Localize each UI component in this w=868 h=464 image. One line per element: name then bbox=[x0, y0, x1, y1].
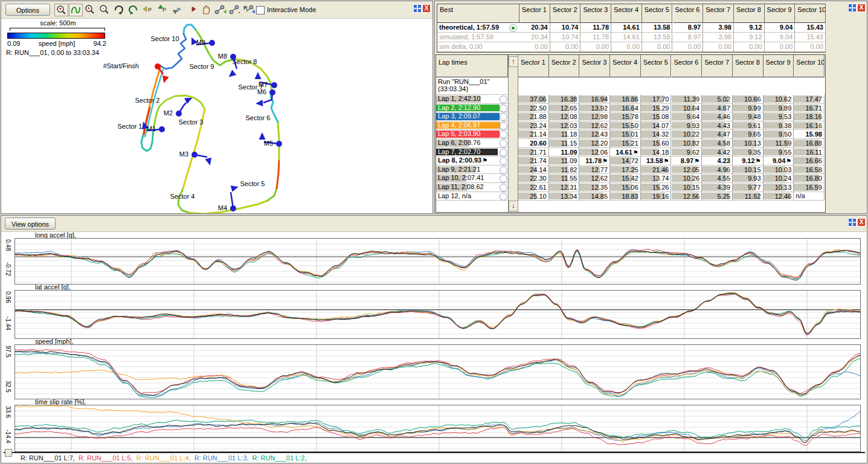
column-header[interactable]: Sector 9 bbox=[764, 55, 794, 77]
delete-marker-icon[interactable]: - bbox=[228, 4, 242, 16]
map-close-button[interactable]: X bbox=[422, 4, 431, 13]
column-header[interactable]: Sector 2 bbox=[550, 4, 581, 23]
lap-row-label[interactable]: Lap 8, 2:00.93⚑ bbox=[436, 156, 508, 166]
column-header[interactable]: Sector 4 bbox=[611, 4, 642, 23]
lap-select-radio[interactable] bbox=[500, 140, 507, 147]
rotate-ccw-icon[interactable] bbox=[127, 4, 141, 16]
chart-move-button[interactable] bbox=[848, 218, 857, 227]
scroll-up-button[interactable]: ↑ bbox=[509, 56, 518, 67]
lap-row-label[interactable]: Lap 11, 2:08.62 bbox=[436, 183, 508, 192]
marker-dot[interactable] bbox=[230, 54, 236, 60]
track-segment bbox=[178, 190, 188, 213]
column-header[interactable]: Sector 1 bbox=[518, 55, 549, 77]
lap-row-label[interactable]: Lap 10, 2:07.41 bbox=[436, 174, 508, 183]
sector-time: 12.62 bbox=[579, 121, 610, 130]
chart-plot[interactable] bbox=[14, 290, 861, 339]
column-header[interactable]: Sector 10 bbox=[795, 4, 826, 23]
map-move-button[interactable] bbox=[413, 4, 422, 13]
column-header[interactable]: Sector 2 bbox=[549, 55, 580, 77]
lap-select-radio[interactable] bbox=[500, 193, 507, 201]
track-segment bbox=[195, 29, 234, 65]
column-header[interactable]: Sector 8 bbox=[734, 4, 765, 23]
lap-row-label[interactable]: Lap 6, 2:08.76 bbox=[436, 139, 508, 148]
column-header[interactable]: Sector 6 bbox=[672, 55, 702, 77]
sector-time: 16.66 bbox=[794, 156, 825, 166]
zoom-out-icon[interactable]: - bbox=[98, 4, 112, 16]
rotate-cw-icon[interactable] bbox=[112, 4, 126, 16]
marker-dot[interactable] bbox=[209, 40, 215, 46]
next-marker-icon[interactable]: P bbox=[185, 4, 199, 16]
timing-close-button[interactable]: X bbox=[857, 4, 866, 12]
legend-item[interactable]: R: RUN___01 L:3, bbox=[194, 454, 249, 462]
view-options-button[interactable]: View options bbox=[5, 218, 56, 230]
lap-row-label[interactable]: Lap 12, n/a bbox=[436, 192, 508, 201]
legend-item[interactable]: R: RUN___01 L:4, bbox=[137, 454, 191, 462]
sector-label: Sector 7 bbox=[239, 83, 263, 91]
best-row-label[interactable]: sim delta, 0.00 bbox=[437, 42, 519, 52]
column-header[interactable]: Sector 7 bbox=[703, 4, 734, 23]
marker-dot[interactable] bbox=[159, 126, 165, 132]
lap-row-label[interactable]: Lap 5, 2:03.90 bbox=[436, 130, 508, 139]
column-header[interactable]: Sector 7 bbox=[702, 55, 733, 77]
chart-plot[interactable] bbox=[14, 344, 861, 399]
best-value: 9.12 bbox=[734, 33, 765, 42]
marker-down-icon[interactable]: P bbox=[170, 4, 184, 16]
scroll-down-button[interactable]: ↓ bbox=[509, 201, 518, 211]
lap-row-label[interactable]: Lap 7, 2:02.70 bbox=[436, 148, 508, 157]
column-header[interactable]: Sector 3 bbox=[580, 4, 611, 23]
marker-up-icon[interactable]: P bbox=[156, 4, 170, 16]
best-row-label[interactable]: simulated, 1:57.59 bbox=[437, 33, 519, 42]
best-row-label[interactable]: theoretical, 1:57.59 bbox=[437, 23, 519, 33]
resize-grip[interactable] bbox=[5, 449, 12, 457]
lap-row-label[interactable]: Lap 4, 2:06.97 bbox=[436, 121, 508, 130]
lap-select-radio[interactable] bbox=[500, 166, 507, 174]
add-run-marker-icon[interactable]: R+ bbox=[243, 4, 257, 16]
marker-dot[interactable] bbox=[155, 63, 161, 69]
pan-hand-icon[interactable] bbox=[199, 4, 213, 16]
zoom-in-icon[interactable]: + bbox=[83, 4, 97, 16]
svg-text:+: + bbox=[87, 5, 90, 11]
chart-plot[interactable] bbox=[14, 238, 861, 285]
lap-select-radio[interactable] bbox=[500, 122, 507, 130]
marker-dot[interactable] bbox=[191, 152, 198, 158]
trace-r-run-01-l-3- bbox=[15, 352, 860, 396]
chart-close-button[interactable]: X bbox=[857, 218, 866, 227]
lap-row-label[interactable]: Lap 9, 2:21.21 bbox=[436, 166, 508, 175]
lap-select-radio[interactable] bbox=[500, 95, 507, 103]
legend-item[interactable]: R: RUN___01 L:7, bbox=[21, 454, 75, 462]
lap-select-radio[interactable] bbox=[500, 149, 507, 156]
lap-select-radio[interactable] bbox=[500, 105, 507, 112]
marker-dot[interactable] bbox=[230, 205, 236, 211]
lap-row-label[interactable]: Lap 1, 2:42.10 bbox=[436, 95, 508, 104]
lap-table-scrollbar[interactable] bbox=[508, 55, 518, 212]
marker-dot[interactable] bbox=[176, 111, 182, 117]
legend-item[interactable]: R: RUN___01 L:2, bbox=[252, 454, 307, 462]
prev-marker-icon[interactable]: P bbox=[141, 4, 155, 16]
marker-dot[interactable] bbox=[276, 141, 282, 147]
lap-row-label[interactable]: Lap 2, 2:12.90 bbox=[436, 104, 508, 113]
track-view-icon[interactable] bbox=[69, 4, 83, 16]
theoretical-radio[interactable] bbox=[509, 24, 517, 32]
timing-move-button[interactable] bbox=[848, 4, 857, 12]
options-button[interactable]: Options bbox=[5, 4, 50, 16]
sector-time: 12.31 bbox=[549, 183, 580, 192]
column-header[interactable]: Sector 6 bbox=[673, 4, 704, 23]
legend-item[interactable]: R: RUN___01 L:5, bbox=[79, 454, 133, 462]
zoom-window-icon[interactable]: + bbox=[54, 4, 68, 16]
column-header[interactable]: Sector 9 bbox=[765, 4, 796, 23]
lap-select-radio[interactable] bbox=[500, 184, 507, 192]
column-header[interactable]: Sector 3 bbox=[579, 55, 610, 77]
sector-time: 15.60 bbox=[641, 139, 672, 148]
column-header[interactable]: Sector 8 bbox=[733, 55, 764, 77]
column-header[interactable]: Sector 5 bbox=[642, 4, 673, 23]
chart-plot[interactable] bbox=[14, 405, 861, 452]
interactive-mode-checkbox[interactable] bbox=[256, 6, 265, 14]
column-header[interactable]: Sector 4 bbox=[610, 55, 641, 77]
lap-row-label[interactable]: Lap 3, 2:09.07 bbox=[436, 112, 508, 121]
column-header[interactable]: Sector 5 bbox=[641, 55, 672, 77]
column-header[interactable]: Sector 1 bbox=[519, 4, 550, 23]
marker-dot[interactable] bbox=[269, 89, 275, 95]
column-header[interactable]: Sector 10 bbox=[794, 55, 825, 77]
add-marker-icon[interactable]: + bbox=[214, 4, 228, 16]
marker-dot[interactable] bbox=[271, 82, 277, 88]
